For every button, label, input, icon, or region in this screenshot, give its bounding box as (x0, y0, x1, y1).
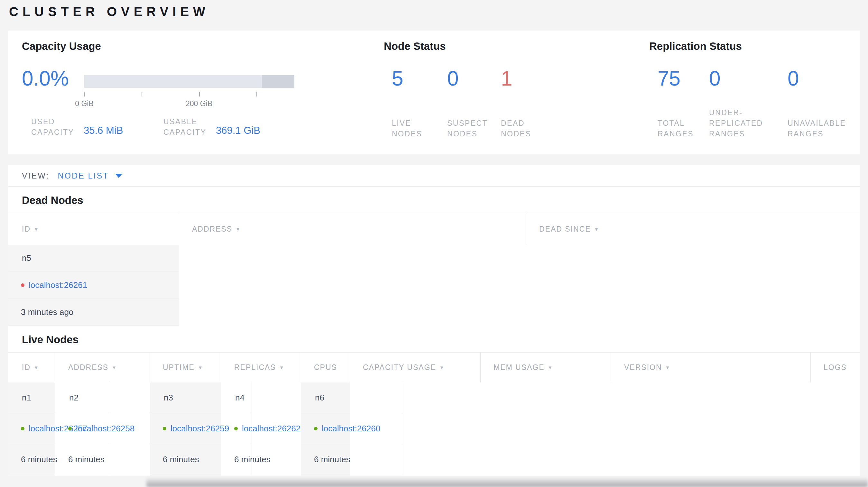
chevron-down-icon (115, 174, 122, 178)
sort-desc-icon: ▼ (279, 365, 285, 370)
usable-capacity-value: 369.1 GiB (216, 125, 260, 136)
replication-status-section: Replication Status 75 TOTAL RANGES 0 UND… (649, 31, 860, 154)
dead-nodes-label: DEAD NODES (501, 118, 552, 139)
total-ranges-label: TOTAL RANGES (658, 118, 709, 139)
live-col-capacity-usage[interactable]: CAPACITY USAGE▼ (350, 353, 480, 383)
dead-nodes-title: Dead Nodes (22, 194, 860, 206)
sort-desc-icon: ▼ (594, 226, 600, 232)
dead-status-dot-icon (21, 283, 25, 287)
column-label: LOGS (824, 363, 847, 372)
node-address-link[interactable]: localhost:26261 (29, 280, 87, 290)
table-row: n2localhost:262586 minutes5440%5.0 MiB73… (55, 383, 150, 476)
live-col-id[interactable]: ID▼ (8, 353, 55, 383)
axis-tick-label: 200 GiB (186, 99, 212, 108)
table-row: n6localhost:262606 minutes5540%7.8 MiB73… (301, 383, 350, 476)
live-col-version[interactable]: VERSION▼ (611, 353, 811, 383)
column-label: DEAD SINCE (539, 225, 591, 233)
dead-col-dead-since[interactable]: DEAD SINCE▼ (526, 213, 860, 245)
total-ranges-count: 75 (658, 67, 680, 90)
dead-col-address[interactable]: ADDRESS▼ (179, 213, 526, 245)
table-row: n5localhost:262613 minutes ago (8, 245, 179, 326)
view-node-list-dropdown[interactable]: NODE LIST (58, 171, 122, 181)
axis-tick-label: 0 GiB (75, 99, 94, 108)
capacity-bar-reserved-segment (262, 75, 294, 88)
node-address-link[interactable]: localhost:26259 (170, 424, 229, 433)
sort-desc-icon: ▼ (439, 365, 445, 370)
dead-col-id[interactable]: ID▼ (8, 213, 179, 245)
node-id-cell: n2 (55, 383, 157, 413)
live-status-dot-icon (21, 427, 25, 430)
live-col-logs[interactable]: LOGS (811, 353, 860, 383)
node-address-cell: localhost:26258 (55, 413, 157, 444)
axis-tick (142, 92, 142, 97)
column-label: CAPACITY USAGE (363, 363, 436, 372)
usable-capacity-label: USABLE CAPACITY (163, 117, 223, 138)
node-status-section: Node Status 5 LIVE NODES 0 SUSPECT NODES… (384, 31, 635, 154)
table-row: n4localhost:262626 minutes5340%4.6 MiB73… (221, 383, 301, 476)
suspect-nodes-label: SUSPECT NODES (447, 118, 499, 139)
column-label: MEM USAGE (494, 363, 545, 372)
dead-nodes-count: 1 (501, 67, 513, 90)
node-address-cell: localhost:26260 (301, 413, 403, 444)
column-label: VERSION (624, 363, 662, 372)
uptime-cell: 6 minutes (301, 444, 403, 475)
dead-since-cell: 3 minutes ago (8, 299, 179, 326)
replicas-cell: 54 (55, 475, 157, 476)
under-replicated-label: UNDER-REPLICATED RANGES (709, 107, 778, 139)
under-replicated-count: 0 (709, 67, 721, 90)
sort-desc-icon: ▼ (236, 226, 241, 232)
used-capacity-label: USED CAPACITY (31, 117, 91, 138)
sort-desc-icon: ▼ (112, 365, 117, 370)
replication-status-title: Replication Status (649, 40, 742, 53)
page-title: CLUSTER OVERVIEW (9, 4, 210, 19)
axis-tick (199, 92, 200, 97)
column-label: CPUS (314, 363, 337, 372)
capacity-used-percent: 0.0% (22, 67, 69, 90)
node-id-cell: n6 (301, 383, 403, 413)
node-status-title: Node Status (384, 40, 446, 53)
view-label: VIEW: (22, 171, 49, 181)
axis-tick (84, 92, 85, 97)
live-nodes-label: LIVE NODES (392, 118, 443, 139)
sort-desc-icon: ▼ (198, 365, 203, 370)
dead-nodes-table: ID▼ ADDRESS▼ DEAD SINCE▼ n5localhost:262… (8, 213, 860, 326)
live-col-mem-usage[interactable]: MEM USAGE▼ (480, 353, 611, 383)
live-status-dot-icon (234, 427, 238, 430)
table-row: n3localhost:262596 minutes5540%8.6 MiB73… (150, 383, 221, 476)
nodes-overview-panel: VIEW: NODE LIST Dead Nodes ID▼ ADDRESS▼ … (8, 165, 860, 476)
node-address-link[interactable]: localhost:26258 (76, 424, 134, 433)
live-status-dot-icon (163, 427, 166, 430)
column-label: ID (22, 225, 31, 233)
column-label: ADDRESS (68, 363, 108, 372)
column-label: UPTIME (163, 363, 195, 372)
suspect-nodes-count: 0 (447, 67, 459, 90)
live-nodes-count: 5 (392, 67, 403, 90)
live-col-replicas[interactable]: REPLICAS▼ (221, 353, 301, 383)
view-selected-value: NODE LIST (58, 171, 109, 181)
view-bar: VIEW: NODE LIST (8, 165, 860, 187)
node-address-link[interactable]: localhost:26260 (322, 424, 380, 433)
replicas-cell: 55 (301, 475, 403, 476)
capacity-usage-bar: 0 GiB 200 GiB (84, 75, 294, 88)
capacity-usage-title: Capacity Usage (22, 40, 101, 53)
column-label: ID (22, 363, 31, 372)
sort-desc-icon: ▼ (34, 365, 39, 370)
live-nodes-title: Live Nodes (22, 333, 860, 346)
axis-tick (256, 92, 257, 97)
live-col-address[interactable]: ADDRESS▼ (55, 353, 150, 383)
live-nodes-table: ID▼ ADDRESS▼ UPTIME▼ REPLICAS▼ CPUS CAPA… (8, 352, 860, 476)
uptime-cell: 6 minutes (55, 444, 157, 475)
node-id-cell: n5 (8, 245, 179, 272)
live-status-dot-icon (314, 427, 317, 430)
cluster-summary-card: Capacity Usage 0.0% 0 GiB 200 GiB USED C… (8, 31, 860, 154)
live-status-dot-icon (68, 427, 72, 430)
live-col-cpus[interactable]: CPUS (301, 353, 350, 383)
live-col-uptime[interactable]: UPTIME▼ (150, 353, 221, 383)
table-row: n1localhost:262576 minutes5440%9.6 MiB73… (8, 383, 55, 476)
unavailable-ranges-label: UNAVAILABLE RANGES (787, 118, 857, 139)
window-shadow (146, 477, 868, 487)
unavailable-ranges-count: 0 (787, 67, 799, 90)
node-address-link[interactable]: localhost:26262 (242, 424, 301, 433)
capacity-usage-section: Capacity Usage 0.0% 0 GiB 200 GiB USED C… (22, 31, 311, 154)
sort-desc-icon: ▼ (34, 226, 39, 232)
